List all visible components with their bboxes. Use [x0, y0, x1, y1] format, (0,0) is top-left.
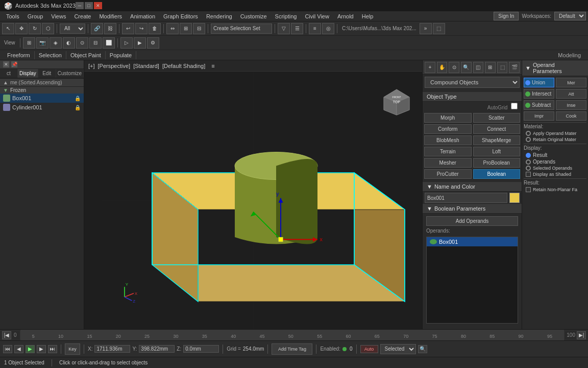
minimize-button[interactable]: ─ [76, 2, 84, 9]
tb-view-select[interactable]: ⊞ [23, 37, 35, 49]
object-type-header[interactable]: Object Type [423, 92, 522, 102]
play-btn[interactable]: ▶ [26, 345, 35, 353]
lp-close-btn[interactable]: ✕ [3, 61, 9, 67]
tab-populate[interactable]: Populate [106, 51, 136, 59]
mesher-button[interactable]: Mesher [424, 158, 472, 168]
selection-set-input[interactable] [211, 24, 272, 34]
tb-wire-btn[interactable]: ⊙ [76, 37, 88, 49]
vp-tool-field-of-view[interactable]: ◫ [473, 62, 484, 73]
tb-redo-btn[interactable]: ↪ [135, 23, 148, 34]
boolean-button[interactable]: Boolean [473, 169, 521, 179]
retain-check[interactable] [526, 187, 531, 192]
vp-standard-btn[interactable]: [Standard] [133, 63, 159, 69]
add-operands-button[interactable]: Add Operands [426, 216, 518, 226]
vp-tool-zoom-extents[interactable]: ⊞ [485, 62, 496, 73]
signin-button[interactable]: Sign In [494, 12, 519, 20]
z-coord-input[interactable] [183, 345, 219, 353]
tb-delete-btn[interactable]: 🗑 [149, 23, 161, 34]
search-btn[interactable]: 🔍 [418, 345, 427, 353]
play-prev-frame-btn[interactable]: ◀ [14, 345, 23, 353]
mode-dropdown[interactable]: All [60, 24, 85, 34]
menu-create[interactable]: Create [70, 12, 95, 20]
tb-isolate-btn[interactable]: ◎ [322, 23, 334, 34]
tb-rotate-btn[interactable]: ↻ [29, 23, 41, 34]
tb-render-btn[interactable]: ▷ [120, 37, 133, 49]
menu-tools[interactable]: Tools [2, 12, 23, 20]
timeline-track[interactable]: 5 10 15 20 25 30 35 40 45 50 55 60 65 70… [20, 330, 565, 340]
insert-button[interactable]: Inse [556, 100, 586, 110]
list-item-box001[interactable]: Box001 🔒 [0, 94, 84, 103]
object-name-input[interactable] [425, 193, 507, 203]
operand-item-box001[interactable]: Box001 [427, 237, 518, 246]
y-coord-input[interactable] [139, 345, 175, 353]
retain-mat-radio[interactable] [526, 137, 531, 142]
autogrid-checkbox[interactable] [511, 103, 518, 109]
operand-params-header[interactable]: ▼ Operand Parameters [522, 60, 588, 76]
menu-scripting[interactable]: Scripting [271, 12, 301, 20]
vp-tool-orbit[interactable]: ⊙ [449, 62, 459, 73]
menu-group[interactable]: Group [23, 12, 47, 20]
vp-tool-camera[interactable]: 🎬 [509, 62, 520, 73]
menu-graph-editors[interactable]: Graph Editors [159, 12, 202, 20]
procutter-button[interactable]: ProCutter [424, 169, 472, 179]
tc-next-btn[interactable]: ▶| [577, 331, 586, 339]
tb-select-filter-btn[interactable]: ▽ [278, 23, 290, 34]
viewport[interactable]: [+] [Perspective] [Standard] [Default Sh… [84, 60, 422, 329]
play-rewind-btn[interactable]: ⏮ [3, 345, 12, 353]
tab-object-paint[interactable]: Object Paint [66, 51, 106, 59]
lp-tab-edit[interactable]: Edit [38, 69, 56, 78]
terrain-button[interactable]: Terrain [424, 147, 472, 156]
menu-rendering[interactable]: Rendering [202, 12, 236, 20]
proboolean-button[interactable]: ProBoolean [473, 158, 521, 168]
menu-customize[interactable]: Customize [236, 12, 271, 20]
display-selected-radio[interactable] [526, 166, 531, 171]
tb-layer-btn[interactable]: ≡ [309, 23, 321, 34]
vp-filter-icon[interactable]: ≡ [211, 63, 214, 69]
menu-arnold[interactable]: Arnold [333, 12, 358, 20]
name-color-header[interactable]: ▼ Name and Color [423, 182, 522, 192]
union-button[interactable]: Union [524, 78, 554, 87]
tb-stats-btn[interactable]: ⊟ [89, 37, 102, 49]
tb-persp-btn[interactable]: ◈ [50, 37, 62, 49]
tb-unlink-btn[interactable]: ⛓ [104, 23, 116, 34]
display-operands-radio[interactable] [526, 159, 531, 165]
list-item-cylinder001[interactable]: Cylinder001 🔒 [0, 103, 84, 112]
selected-dropdown[interactable]: Selected [380, 344, 416, 354]
play-next-frame-btn[interactable]: ▶ [37, 345, 46, 353]
blobmesh-button[interactable]: BlobMesh [424, 135, 472, 145]
lp-tab-customize[interactable]: Customize [56, 69, 84, 78]
tc-prev-btn[interactable]: |◀ [2, 331, 11, 339]
apply-mat-radio[interactable] [526, 131, 531, 136]
maximize-button[interactable]: □ [85, 2, 93, 9]
add-time-tag-btn[interactable]: Add Time Tag [272, 343, 312, 355]
tb-safe-frame[interactable]: ⬜ [103, 37, 115, 49]
tb-extra-btn[interactable]: ⬚ [433, 23, 445, 34]
morph-button[interactable]: Morph [424, 113, 472, 123]
display-shaded-check[interactable] [526, 172, 531, 177]
vp-plus-btn[interactable]: [+] [88, 63, 95, 69]
vp-shading-btn[interactable]: [Default Shading] [162, 63, 205, 69]
vp-tool-zoom-region[interactable]: ⬚ [497, 62, 508, 73]
menu-views[interactable]: Views [47, 12, 70, 20]
vp-tool-zoom[interactable]: 🔍 [461, 62, 472, 73]
tb-select-btn[interactable]: ↖ [2, 23, 14, 34]
tb-named-sel-btn[interactable]: ☰ [291, 23, 303, 34]
cookie-button[interactable]: Cook [556, 111, 586, 121]
menu-help[interactable]: Help [358, 12, 378, 20]
lp-tab-display[interactable]: Display [18, 69, 38, 78]
tab-selection[interactable]: Selection [35, 51, 66, 59]
x-coord-input[interactable] [94, 345, 130, 353]
menu-modifiers[interactable]: Modifiers [95, 12, 126, 20]
menu-animation[interactable]: Animation [126, 12, 159, 20]
auto-btn[interactable]: Auto [360, 345, 378, 353]
close-button[interactable]: ✕ [94, 2, 102, 9]
workspace-select[interactable]: Default [554, 12, 586, 20]
nav-cube[interactable]: TOP FRONT [381, 87, 412, 118]
play-ff-btn[interactable]: ⏭ [48, 345, 57, 353]
color-swatch[interactable] [509, 193, 520, 203]
scatter-button[interactable]: Scatter [473, 113, 521, 123]
menu-civil-view[interactable]: Civil View [301, 12, 333, 20]
lp-pin-btn[interactable]: 📌 [11, 61, 17, 67]
tb-render-setup[interactable]: ⚙ [147, 37, 159, 49]
key-mode-btn[interactable]: Key [65, 343, 80, 355]
